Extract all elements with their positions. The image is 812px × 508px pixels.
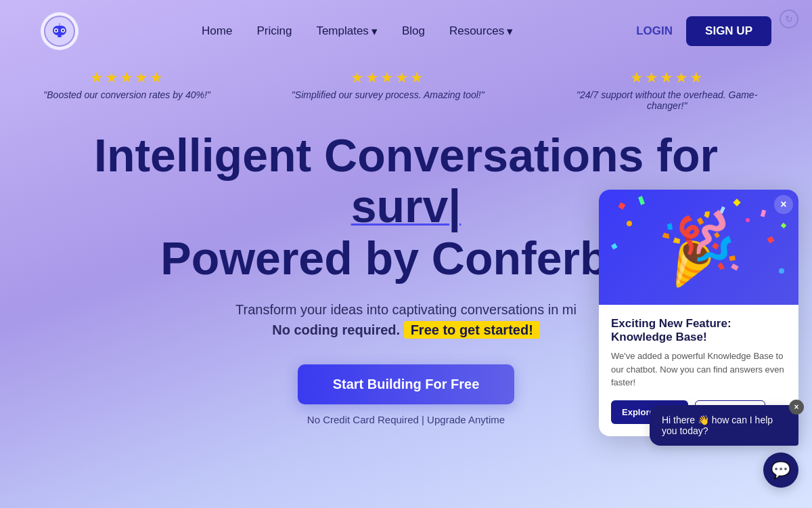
stars-3: ★★★★★ [566, 69, 769, 87]
review-text-3: "24/7 support without the overhead. Game… [566, 89, 769, 111]
svg-point-19 [779, 268, 784, 274]
nav-actions: LOGIN SIGN UP [636, 16, 771, 46]
stars-1: ★★★★★ [43, 69, 210, 87]
popup-title: Exciting New Feature: Knowledge Base! [611, 317, 786, 344]
navbar: Home Pricing Templates ▾ Blog Resources … [0, 0, 812, 62]
logo[interactable] [41, 12, 78, 50]
hero-title-typed: surv| [351, 180, 461, 232]
popup-desc: We've added a powerful Knowledge Base to… [611, 350, 786, 389]
stars-2: ★★★★★ [292, 69, 484, 87]
svg-rect-9 [618, 203, 626, 210]
chat-icon: 💬 [771, 461, 791, 480]
svg-rect-8 [59, 23, 60, 26]
popup-banner: 🎉 [599, 190, 798, 305]
svg-rect-13 [611, 243, 618, 250]
hero-title-line1: Intelligent Conversations for [94, 129, 718, 181]
feature-popup: × 🎉 Exciting New Feature: Knowledge Base… [599, 190, 798, 436]
svg-rect-7 [58, 35, 62, 37]
nav-blog[interactable]: Blog [402, 24, 425, 38]
review-item-2: ★★★★★ "Simplified our survey process. Am… [292, 69, 484, 111]
cta-button[interactable]: Start Building For Free [298, 364, 515, 404]
hero-desc-bold: No coding required. [272, 322, 400, 337]
chat-widget: × Hi there 👋 how can I help you today? 💬 [650, 405, 798, 488]
nav-home[interactable]: Home [202, 24, 232, 38]
svg-point-5 [55, 30, 58, 32]
chat-bubble: × Hi there 👋 how can I help you today? [650, 405, 798, 446]
nav-resources[interactable]: Resources ▾ [449, 24, 513, 39]
hero-desc-normal: Transform your ideas into captivating co… [235, 302, 577, 317]
review-item-1: ★★★★★ "Boosted our conversion rates by 4… [43, 69, 210, 111]
svg-point-18 [746, 218, 750, 222]
reviews-bar: ★★★★★ "Boosted our conversion rates by 4… [0, 69, 812, 111]
svg-point-6 [62, 30, 64, 32]
nav-pricing[interactable]: Pricing [256, 24, 292, 38]
review-text-2: "Simplified our survey process. Amazing … [292, 89, 484, 100]
nav-templates[interactable]: Templates ▾ [316, 24, 377, 39]
svg-rect-12 [761, 209, 766, 217]
nav-links: Home Pricing Templates ▾ Blog Resources … [202, 24, 513, 39]
chevron-down-icon: ▾ [507, 24, 513, 39]
chat-bubble-text: Hi there 👋 how can I help you today? [662, 415, 773, 436]
svg-rect-16 [781, 223, 786, 228]
review-text-1: "Boosted our conversion rates by 40%!" [43, 89, 210, 100]
svg-rect-10 [638, 196, 645, 205]
login-button[interactable]: LOGIN [636, 24, 673, 38]
chat-icon-button[interactable]: 💬 [763, 452, 798, 488]
svg-rect-11 [733, 198, 740, 206]
svg-point-17 [627, 221, 632, 226]
chevron-down-icon: ▾ [371, 24, 378, 39]
svg-rect-14 [767, 236, 775, 244]
review-item-3: ★★★★★ "24/7 support without the overhead… [566, 69, 769, 111]
popup-close-button[interactable]: × [774, 195, 793, 214]
signup-button[interactable]: SIGN UP [686, 16, 771, 46]
hero-free-tag: Free to get started! [404, 321, 540, 339]
chat-close-button[interactable]: × [789, 400, 804, 415]
